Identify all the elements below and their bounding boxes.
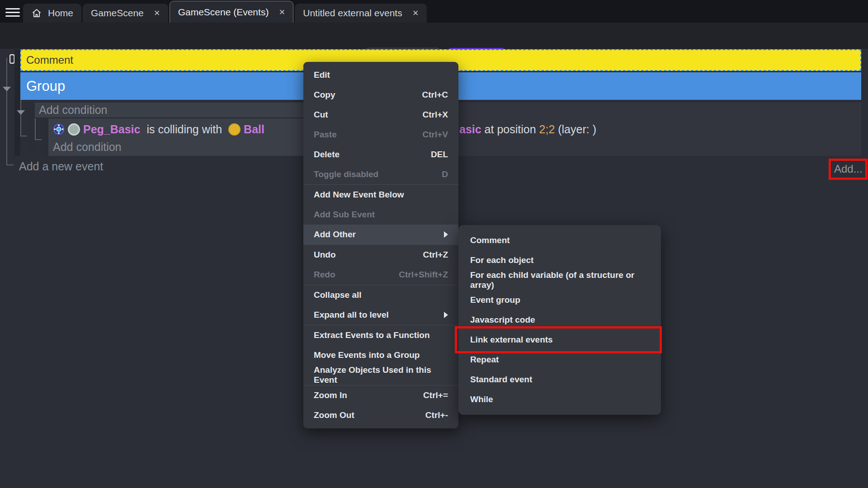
tree-guide-line (6, 58, 7, 165)
group-title: Group (26, 78, 65, 94)
submenu-item-for-each-object[interactable]: For each object (458, 250, 661, 270)
menu-item-extract-events-to-function[interactable]: Extract Events to a Function (303, 325, 458, 345)
expander-arrow-icon[interactable] (3, 87, 11, 91)
menu-item-copy[interactable]: CopyCtrl+C (303, 85, 458, 105)
menu-item-zoom-out[interactable]: Zoom OutCtrl+- (303, 405, 458, 425)
main-menu-icon[interactable] (5, 6, 20, 17)
add-condition-link[interactable]: Add condition (53, 139, 122, 155)
menu-item-collapse-all[interactable]: Collapse all (303, 285, 458, 305)
event-indent (28, 103, 35, 156)
comment-text: Comment (26, 54, 73, 66)
menu-item-add-sub-event: Add Sub Event (303, 205, 458, 225)
tab-gamescene[interactable]: GameScene × (83, 4, 168, 23)
close-icon[interactable]: × (279, 7, 285, 17)
menu-item-edit[interactable]: Edit (303, 65, 458, 85)
toolbar: Preview Publish (0, 23, 868, 49)
add-new-event-link[interactable]: Add a new event (19, 159, 103, 174)
menu-item-toggle-disabled: Toggle disabledD (303, 164, 458, 184)
tab-label: GameScene (91, 8, 144, 19)
tab-strip: Home GameScene × GameScene (Events) × Un… (23, 1, 427, 23)
event-gutter (14, 49, 20, 156)
annotation-box-add-link (829, 159, 868, 180)
object-name: Peg_Basic (83, 123, 140, 136)
tab-label: Untitled external events (303, 8, 402, 19)
event-indent (42, 118, 48, 156)
menu-item-add-other[interactable]: Add Other (303, 225, 458, 244)
ball-object-icon (228, 123, 241, 136)
context-menu: Edit CopyCtrl+C CutCtrl+X PasteCtrl+V De… (303, 62, 458, 428)
tab-home[interactable]: Home (23, 4, 81, 23)
submenu-arrow-icon (444, 231, 448, 238)
tab-label: GameScene (Events) (178, 7, 269, 18)
tree-guide-corner (6, 164, 14, 165)
menu-item-cut[interactable]: CutCtrl+X (303, 105, 458, 125)
submenu-item-comment[interactable]: Comment (458, 230, 661, 250)
submenu-item-while[interactable]: While (458, 389, 661, 409)
tree-guide-line (20, 100, 21, 136)
condition-collision[interactable]: Peg_Basic is colliding with Ball (53, 119, 264, 139)
tree-guide-corner (20, 136, 27, 136)
menu-item-analyze-objects[interactable]: Analyze Objects Used in this Event (303, 365, 458, 385)
submenu-arrow-icon (444, 312, 448, 318)
object-name: Ball (244, 123, 264, 136)
close-icon[interactable]: × (154, 8, 160, 18)
close-icon[interactable]: × (413, 8, 419, 18)
tree-guide-corner (35, 139, 42, 140)
annotation-box-link-external-events (455, 326, 662, 353)
menu-item-paste: PasteCtrl+V (303, 125, 458, 145)
submenu-item-event-group[interactable]: Event group (458, 290, 661, 310)
peg-basic-object-icon (68, 123, 80, 136)
menu-item-undo[interactable]: UndoCtrl+Z (303, 245, 458, 265)
menu-item-delete[interactable]: DeleteDEL (303, 145, 458, 164)
tab-gamescene-events[interactable]: GameScene (Events) × (170, 1, 294, 23)
tab-untitled-external-events[interactable]: Untitled external events × (295, 4, 426, 23)
tab-label: Home (48, 8, 73, 19)
submenu-item-for-each-child-variable[interactable]: For each child variable (of a structure … (458, 270, 661, 290)
menu-item-move-events-into-group[interactable]: Move Events into a Group (303, 345, 458, 365)
expander-arrow-icon[interactable] (17, 110, 25, 115)
menu-item-zoom-in[interactable]: Zoom InCtrl+= (303, 385, 458, 405)
tree-guide-line (35, 118, 36, 140)
home-icon (31, 8, 42, 19)
action-create-object-fragment[interactable]: asic at position 2;2 (layer: ) (459, 119, 596, 139)
tab-bar: Home GameScene × GameScene (Events) × Un… (0, 0, 868, 23)
collision-behavior-icon (53, 123, 65, 135)
menu-item-redo: RedoCtrl+Shift+Z (303, 265, 458, 285)
event-actions-area[interactable] (459, 103, 861, 118)
menu-item-expand-all-to-level[interactable]: Expand all to level (303, 305, 458, 325)
menu-item-add-new-event-below[interactable]: Add New Event Below (303, 185, 458, 205)
add-other-submenu: Comment For each object For each child v… (458, 225, 661, 415)
condition-text: is colliding with (143, 123, 225, 136)
submenu-item-standard-event[interactable]: Standard event (458, 370, 661, 389)
